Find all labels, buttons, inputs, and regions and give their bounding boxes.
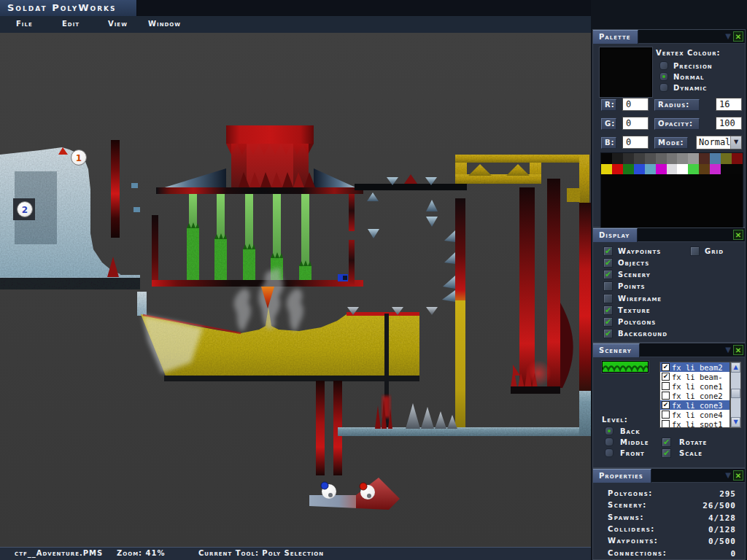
swatch[interactable] (645, 174, 656, 185)
red-column-left[interactable] (316, 381, 325, 475)
red-bar-left[interactable] (111, 140, 120, 238)
display-close-button[interactable]: ✕ (733, 230, 743, 240)
swatch[interactable] (634, 174, 645, 185)
scenery-scrollbar[interactable]: ▲ ▼ (730, 362, 741, 428)
swatch[interactable] (688, 164, 699, 175)
scroll-down-icon[interactable]: ▼ (731, 417, 740, 427)
column4-red[interactable] (579, 203, 591, 392)
swatch[interactable] (601, 185, 612, 196)
black-bar[interactable] (355, 184, 467, 190)
swatch[interactable] (677, 153, 688, 164)
swatch[interactable] (601, 206, 612, 217)
column1-red[interactable] (455, 198, 465, 300)
checkbox-objects[interactable]: ✔ (603, 258, 613, 268)
column3-red[interactable] (547, 179, 560, 388)
swatch[interactable] (667, 195, 678, 206)
list-checkbox[interactable]: ✔ (662, 373, 670, 381)
list-item[interactable]: ✔fx_li_beam- (660, 372, 729, 381)
swatch[interactable] (721, 153, 732, 164)
checkbox-wireframe[interactable]: ✔ (603, 294, 613, 303)
swatch[interactable] (710, 195, 721, 206)
swatch[interactable] (612, 174, 623, 185)
palette-header[interactable]: Palette ▼ ✕ (593, 30, 745, 44)
map-canvas[interactable]: 1 2 (0, 33, 591, 547)
radio-middle[interactable] (605, 438, 614, 446)
swatch[interactable] (688, 153, 699, 164)
list-item[interactable]: ✔fx_li_cone1 (660, 381, 729, 391)
swatch[interactable] (677, 174, 688, 185)
menu-window[interactable]: Window (148, 16, 181, 31)
swatch[interactable] (667, 206, 678, 217)
list-item[interactable]: ✔fx_li_cone2 (660, 391, 729, 400)
swatch[interactable] (732, 195, 743, 206)
swatch[interactable] (656, 217, 667, 228)
swatch[interactable] (732, 164, 743, 175)
list-checkbox[interactable]: ✔ (662, 382, 670, 390)
display-header[interactable]: Display ✕ (593, 228, 745, 242)
swatch[interactable] (721, 217, 732, 228)
checkbox-points[interactable]: ✔ (603, 281, 613, 291)
spike-room[interactable] (152, 125, 363, 287)
swatch[interactable] (656, 174, 667, 185)
collapse-icon[interactable]: ▼ (725, 345, 731, 355)
radio-normal[interactable] (659, 72, 668, 81)
swatch[interactable] (634, 185, 645, 196)
b-input[interactable] (622, 136, 649, 149)
waypoint-marker-1[interactable]: 1 (71, 150, 87, 166)
column2-red[interactable] (519, 187, 535, 388)
radio-front[interactable] (605, 448, 614, 457)
swatch[interactable] (677, 185, 688, 196)
swatch[interactable] (634, 164, 645, 175)
swatch[interactable] (688, 217, 699, 228)
swatch[interactable] (667, 164, 678, 175)
swatch[interactable] (656, 206, 667, 217)
checkbox-texture[interactable]: ✔ (603, 306, 613, 315)
checkbox-polygons[interactable]: ✔ (603, 317, 613, 327)
scenery-close-button[interactable]: ✕ (733, 345, 743, 355)
swatch[interactable] (645, 195, 656, 206)
list-checkbox[interactable]: ✔ (662, 411, 670, 419)
swatch[interactable] (699, 185, 710, 196)
swatch[interactable] (710, 153, 721, 164)
swatch[interactable] (623, 185, 634, 196)
swatch[interactable] (732, 185, 743, 196)
swatch[interactable] (656, 153, 667, 164)
list-checkbox[interactable]: ✔ (662, 420, 670, 428)
checkbox-scenery[interactable]: ✔ (603, 270, 613, 279)
list-checkbox[interactable]: ✔ (662, 401, 670, 409)
swatch[interactable] (677, 164, 688, 175)
swatch[interactable] (721, 206, 732, 217)
swatch[interactable] (710, 217, 721, 228)
scroll-up-icon[interactable]: ▲ (731, 362, 740, 373)
swatch[interactable] (721, 164, 732, 175)
swatch[interactable] (656, 195, 667, 206)
swatch[interactable] (645, 153, 656, 164)
red-spike-slope[interactable] (107, 257, 119, 277)
list-item[interactable]: ✔fx_li_beam2 (660, 362, 729, 372)
swatch[interactable] (645, 206, 656, 217)
swatch[interactable] (699, 206, 710, 217)
column1-yellow[interactable] (455, 300, 465, 429)
radius-input[interactable] (716, 98, 742, 111)
swatch[interactable] (721, 185, 732, 196)
checkbox-grid[interactable]: ✔ (690, 246, 700, 256)
swatch[interactable] (699, 217, 710, 228)
palette-swatch-grid[interactable] (600, 152, 743, 228)
swatch[interactable] (656, 164, 667, 175)
swatch[interactable] (688, 195, 699, 206)
swatch[interactable] (699, 174, 710, 185)
list-checkbox[interactable]: ✔ (662, 392, 670, 400)
dropdown-arrow-icon[interactable]: ▼ (730, 136, 741, 149)
swatch[interactable] (612, 195, 623, 206)
properties-header[interactable]: Properties ▼ ✕ (593, 469, 745, 483)
swatch[interactable] (623, 174, 634, 185)
blue-marker-square[interactable] (133, 207, 140, 212)
list-item[interactable]: ✔fx_li_cone3 (660, 400, 729, 410)
checkbox-scale[interactable]: ✔ (662, 448, 671, 458)
checkbox-rotate[interactable]: ✔ (662, 438, 671, 447)
swatch[interactable] (612, 206, 623, 217)
swatch[interactable] (710, 164, 721, 175)
blue-marker-square[interactable] (131, 183, 138, 188)
swatch[interactable] (732, 174, 743, 185)
menu-file[interactable]: File (16, 16, 33, 31)
